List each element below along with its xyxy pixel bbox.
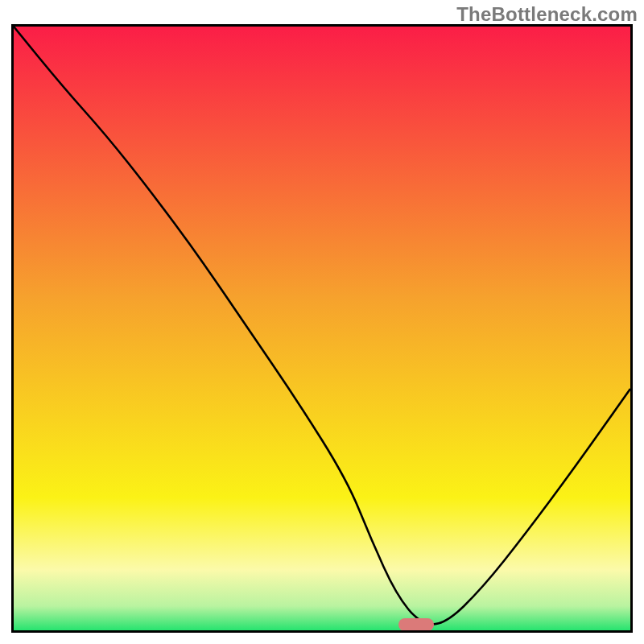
watermark-text: TheBottleneck.com — [456, 3, 638, 26]
chart-container: TheBottleneck.com — [0, 0, 644, 644]
bottleneck-curve — [14, 27, 630, 630]
plot-area — [11, 24, 633, 633]
optimal-marker — [398, 618, 434, 631]
curve-path — [14, 27, 630, 625]
